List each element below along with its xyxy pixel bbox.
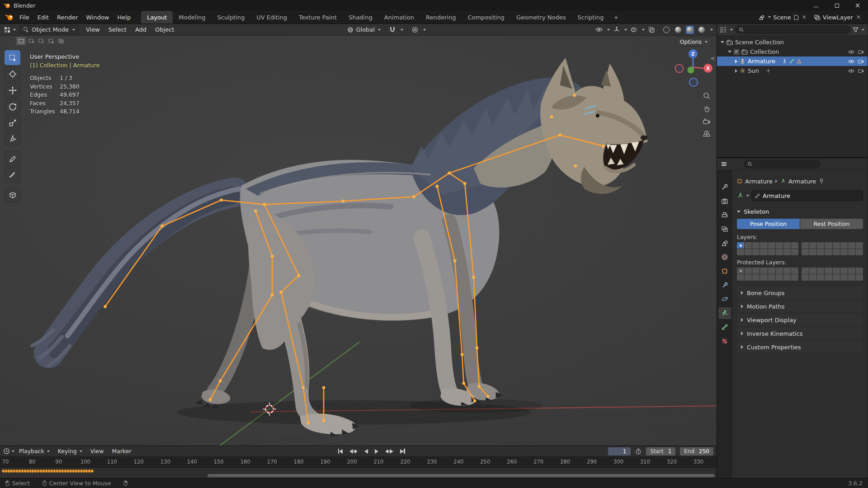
layer-cell[interactable] (817, 249, 824, 255)
shading-wireframe-button[interactable] (662, 26, 670, 34)
workspace-tab-modeling[interactable]: Modeling (173, 11, 211, 23)
layer-cell[interactable] (809, 242, 816, 249)
layer-cell[interactable] (856, 242, 863, 249)
unlink-view-layer-icon[interactable]: ✕ (855, 14, 862, 20)
layer-cell[interactable] (737, 274, 744, 281)
tool-transform[interactable] (5, 131, 20, 146)
tab-render[interactable] (718, 195, 731, 207)
tool-add-cube[interactable] (5, 188, 20, 202)
tool-scale[interactable] (5, 115, 20, 130)
start-frame-field[interactable]: Start1 (646, 447, 675, 455)
viewport-scene[interactable] (0, 36, 717, 446)
layer-cell[interactable] (760, 249, 767, 255)
layer-cell[interactable] (745, 267, 752, 274)
layer-cell[interactable] (783, 274, 791, 281)
breadcrumb-object[interactable]: Armature (745, 178, 773, 185)
layer-cell[interactable] (791, 249, 798, 255)
properties-search-input[interactable] (744, 160, 821, 169)
keyframe-track[interactable] (0, 468, 717, 478)
tab-modifiers[interactable] (718, 279, 731, 291)
layer-cell[interactable] (791, 242, 798, 249)
layer-cell[interactable] (760, 274, 767, 281)
layer-cell[interactable] (745, 249, 752, 255)
layer-cell[interactable] (833, 249, 840, 255)
view-layer-selector[interactable]: ViewLayer ✕ (814, 14, 862, 21)
menu-render[interactable]: Render (53, 13, 82, 22)
tab-object-data-armature[interactable] (718, 307, 731, 319)
outliner-editor-icon[interactable] (720, 27, 727, 33)
wolf-model[interactable] (32, 58, 648, 436)
layers-grid-left[interactable] (737, 242, 798, 255)
jump-to-end-button[interactable] (400, 449, 405, 454)
protected-grid-right[interactable] (802, 267, 863, 281)
gizmo-axis-neg-z[interactable] (689, 78, 698, 86)
timeline-editor-chevron-icon[interactable] (12, 450, 14, 452)
options-dropdown[interactable]: Options (675, 37, 712, 47)
visibility-chevron-icon[interactable] (607, 29, 610, 31)
select-mode-intersect-icon[interactable] (56, 37, 66, 45)
layer-cell[interactable] (768, 267, 775, 274)
toggle-grid-icon[interactable] (703, 130, 711, 137)
editor-type-chevron-icon[interactable] (13, 29, 16, 31)
overlays-chevron-icon[interactable] (642, 29, 645, 31)
panel-header-collapsed[interactable]: Viewport Display (737, 314, 863, 326)
workspace-tab-shading[interactable]: Shading (343, 11, 378, 23)
layer-cell[interactable] (848, 242, 855, 249)
preview-range-clock-icon[interactable] (635, 448, 642, 455)
outliner-row-armature[interactable]: Armature (717, 56, 868, 66)
xray-toggle-icon[interactable] (648, 27, 655, 33)
workspace-tab-scripting[interactable]: Scripting (572, 11, 610, 23)
gizmo-axis-y[interactable] (688, 67, 694, 74)
breadcrumb-data[interactable]: Armature (788, 178, 816, 185)
scene-selector[interactable]: Scene ✕ (758, 14, 807, 21)
layer-cell[interactable] (817, 267, 824, 274)
layer-cell[interactable] (840, 267, 848, 274)
panel-header-collapsed[interactable]: Inverse Kinematics (737, 328, 863, 339)
proportional-edit-icon[interactable] (412, 27, 418, 33)
gizmos-icon[interactable] (613, 27, 620, 33)
layer-cell[interactable] (802, 267, 809, 274)
layer-cell[interactable] (848, 249, 855, 255)
layer-cell[interactable] (768, 242, 775, 249)
layer-cell[interactable] (848, 274, 855, 281)
layer-cell[interactable] (752, 274, 760, 281)
layer-cell[interactable] (809, 249, 816, 255)
menu-file[interactable]: File (15, 13, 33, 22)
timeline-scrollbar[interactable] (208, 474, 715, 477)
rest-position-button[interactable]: Rest Position (800, 219, 863, 229)
timeline-menu-view[interactable]: View (87, 447, 108, 455)
next-keyframe-button[interactable] (385, 449, 393, 454)
disable-render-camera-icon[interactable] (858, 59, 864, 64)
panel-header-collapsed[interactable]: Bone Groups (737, 287, 863, 299)
select-mode-invert-icon[interactable] (46, 37, 56, 45)
layer-cell[interactable] (817, 274, 824, 281)
expand-icon[interactable] (721, 41, 724, 43)
data-type-chevron-icon[interactable] (746, 195, 749, 197)
disable-render-camera-icon[interactable] (858, 50, 864, 54)
layer-cell[interactable] (752, 249, 760, 255)
properties-editor-icon[interactable] (721, 161, 727, 167)
overlays-icon[interactable] (631, 27, 637, 33)
outliner-search-input[interactable] (735, 25, 850, 34)
protected-grid-left[interactable] (737, 267, 798, 281)
expand-icon[interactable] (728, 51, 731, 53)
play-button[interactable] (375, 449, 378, 454)
collection-checkbox[interactable]: ✓ (734, 49, 739, 55)
layer-cell[interactable] (840, 249, 848, 255)
menu-window[interactable]: Window (82, 13, 113, 22)
tool-rotate[interactable] (5, 99, 20, 114)
tab-scene[interactable] (718, 237, 731, 249)
blender-menu-icon[interactable] (5, 13, 14, 21)
snap-chevron-icon[interactable] (401, 29, 403, 31)
layer-cell[interactable] (817, 242, 824, 249)
layer-cell[interactable] (856, 274, 863, 281)
shading-solid-button[interactable] (674, 26, 682, 34)
tab-world[interactable] (718, 251, 731, 263)
zoom-icon[interactable] (703, 92, 711, 100)
tab-output[interactable] (718, 209, 731, 221)
timeline-ruler[interactable]: 7080901001101201301401501601701801902002… (0, 457, 717, 468)
hide-eye-icon[interactable] (848, 59, 854, 64)
layers-grid-right[interactable] (802, 242, 863, 255)
hide-eye-icon[interactable] (848, 69, 854, 73)
pan-hand-icon[interactable] (703, 105, 711, 113)
